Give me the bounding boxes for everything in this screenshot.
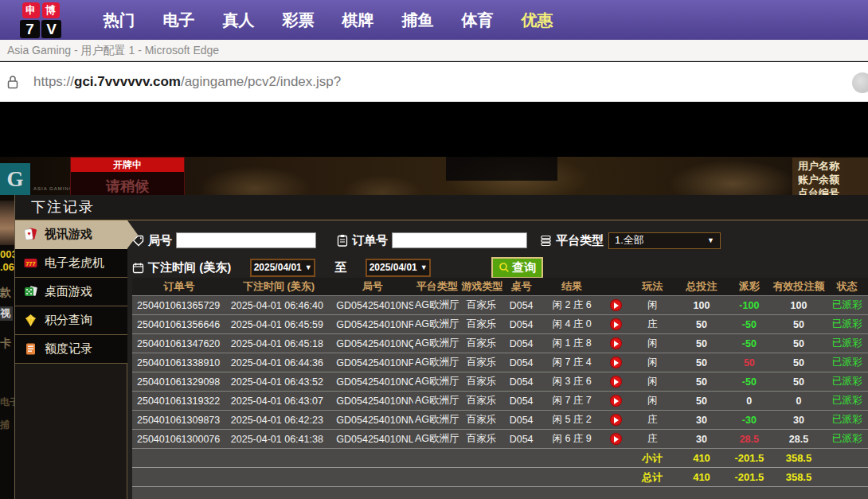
site-logo[interactable]: 申 博 7 V .com [14, 2, 67, 45]
cell-status: 已派彩 [826, 296, 868, 315]
column-header: 订单号 [132, 278, 226, 296]
address-bar[interactable]: https://gci.7vvvvvv.com/agingame/pcv2/in… [0, 62, 868, 102]
replay-button[interactable] [610, 299, 622, 311]
cell-status: 已派彩 [826, 353, 868, 372]
bet-time-label: 下注时间 (美东) [148, 260, 231, 275]
cell-play: 庄 [629, 411, 676, 430]
platform-type-select[interactable]: 1.全部 ▼ [608, 232, 721, 249]
slot-icon: 777 [22, 255, 38, 271]
url-text[interactable]: https://gci.7vvvvvv.com/agingame/pcv2/in… [33, 74, 341, 90]
background-fragment: 捕 [0, 419, 14, 432]
total-label: 总计 [629, 468, 676, 487]
cell-play: 庄 [629, 315, 676, 334]
sidebar-item-points[interactable]: 积分查询 [15, 306, 127, 335]
column-header: 结果 [541, 278, 604, 296]
total-bet: 410 [676, 468, 727, 487]
cell-payout: -100 [727, 296, 771, 315]
replay-button[interactable] [610, 318, 622, 330]
user-info-line: 用户名称 [798, 159, 868, 173]
replay-button[interactable] [610, 414, 622, 426]
column-header: 下注时间 (美东) [226, 278, 332, 296]
sidebar-item-slots[interactable]: 777 电子老虎机 [15, 249, 127, 278]
cell-order: 250401061338910 [132, 353, 226, 372]
cell-table: D054 [502, 372, 541, 392]
date-from-picker[interactable]: 2025/04/01 ▼ [250, 259, 315, 277]
cell-order: 250401061329098 [132, 372, 226, 392]
date-from-value: 2025/04/01 [254, 262, 302, 273]
replay-button[interactable] [610, 376, 622, 388]
cell-order: 250401061356646 [132, 315, 226, 334]
total-status [826, 468, 868, 487]
subtotal-label: 小计 [629, 449, 676, 468]
cell-game: 百家乐 [460, 392, 502, 411]
cell-result: 闲 1 庄 8 [541, 334, 604, 353]
date-to-value: 2025/04/01 [369, 262, 417, 273]
nav-item-4[interactable]: 棋牌 [328, 10, 388, 31]
subtotal-spacer [132, 449, 629, 468]
cell-result: 闲 7 庄 4 [541, 353, 604, 372]
bet-records-panel: 下注记录 ♥ 视讯游戏 777 [14, 195, 868, 499]
table-row: 2504010613476202025-04-01 06:45:18GD0542… [132, 334, 868, 353]
sidebar-item-live-games[interactable]: ♥ 视讯游戏 [15, 220, 127, 249]
cell-bet: 30 [676, 430, 727, 449]
nav-item-1[interactable]: 电子 [149, 10, 209, 31]
replay-button[interactable] [610, 395, 622, 407]
nav-menu: 热门电子真人彩票棋牌捕鱼体育优惠 [89, 10, 567, 31]
cell-order: 250401061365729 [132, 296, 226, 315]
nav-item-2[interactable]: 真人 [209, 10, 268, 31]
cell-payout: 28.5 [727, 430, 771, 449]
cell-platform: AG欧洲厅 [413, 315, 460, 334]
browser-profile-icon[interactable] [852, 72, 868, 93]
nav-item-3[interactable]: 彩票 [268, 10, 328, 31]
nav-item-7[interactable]: 优惠 [507, 10, 567, 31]
platform-type-label: 平台类型 [556, 233, 604, 248]
table-row: 2504010613389102025-04-01 06:44:36GD0542… [132, 353, 868, 372]
replay-button[interactable] [610, 357, 622, 368]
lock-icon[interactable] [7, 75, 18, 89]
cell-play: 闲 [629, 392, 676, 411]
asia-gaming-logo: G [0, 163, 30, 195]
chevron-down-icon: ▼ [420, 263, 428, 271]
cell-play: 庄 [629, 430, 676, 449]
cell-valid: 50 [771, 353, 826, 372]
cell-play: 闲 [629, 372, 676, 392]
cell-round: GD054254010NO [331, 372, 413, 392]
round-id-input[interactable] [176, 232, 316, 248]
date-to-label: 至 [334, 260, 346, 275]
cell-status: 已派彩 [826, 392, 868, 411]
nav-item-0[interactable]: 热门 [89, 10, 149, 31]
cell-platform: AG欧洲厅 [413, 334, 460, 353]
sidebar-item-table-games[interactable]: 桌面游戏 [15, 278, 127, 306]
background-fragment: 003 [0, 248, 14, 260]
replay-button[interactable] [610, 337, 622, 349]
replay-button[interactable] [610, 433, 622, 445]
nav-item-5[interactable]: 捕鱼 [388, 10, 448, 31]
column-header: 派彩 [727, 278, 771, 296]
cell-valid: 28.5 [771, 430, 826, 449]
search-button[interactable]: 查询 [491, 257, 543, 279]
column-header: 总投注 [676, 278, 727, 296]
cell-platform: AG欧洲厅 [413, 411, 460, 430]
background-fragment: 卡 [0, 337, 14, 351]
cell-bet: 50 [676, 372, 727, 392]
sidebar-item-label: 电子老虎机 [45, 255, 104, 271]
user-info-block: 用户名称账户余额点台编号 [792, 158, 868, 201]
cell-play: 闲 [629, 353, 676, 372]
cell-table: D054 [502, 296, 541, 315]
logo-badge-1: 申 [22, 2, 40, 18]
logo-tile-v: V [41, 20, 61, 38]
subtotal-row: 小计 410 -201.5 358.5 [132, 449, 868, 468]
cell-game: 百家乐 [460, 315, 502, 334]
sidebar-item-credit-records[interactable]: 额度记录 [15, 335, 127, 364]
cell-icon [604, 334, 629, 353]
cell-status: 已派彩 [826, 334, 868, 353]
order-id-input[interactable] [392, 232, 527, 248]
table-header-row: 订单号下注时间 (美东)局号平台类型游戏类型桌号结果玩法总投注派彩有效投注额状态 [132, 278, 868, 296]
nav-item-6[interactable]: 体育 [448, 10, 507, 31]
order-id-label: 订单号 [352, 233, 388, 248]
cell-time: 2025-04-01 06:43:52 [226, 372, 332, 392]
date-to-picker[interactable]: 2025/04/01 ▼ [366, 259, 431, 277]
cell-bet: 50 [676, 315, 727, 334]
user-info-line: 账户余额 [798, 173, 868, 186]
sidebar-item-label: 视讯游戏 [45, 227, 92, 242]
